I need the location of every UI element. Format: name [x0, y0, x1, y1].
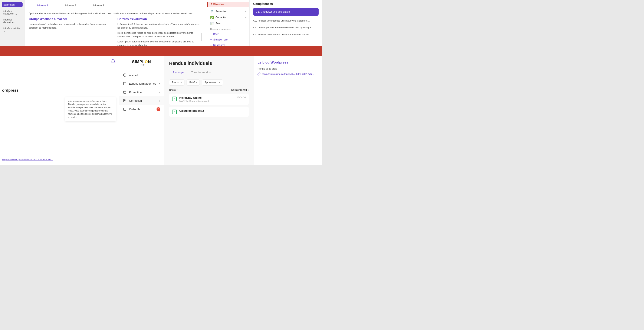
blog-title: Le blog Wordpress	[258, 61, 318, 64]
espace-icon	[123, 81, 127, 86]
sidenav-collectifs[interactable]: Collectifs 3	[119, 105, 164, 113]
rendu-item[interactable]: ✓ HelloKitty Online MANON, Support Appre…	[169, 94, 249, 105]
competence-c4[interactable]: C4. Réaliser une interface utilisateur a…	[253, 31, 318, 38]
sidenav-correction[interactable]: Correction ▴	[119, 96, 164, 105]
competences-title: Compétences	[253, 2, 318, 6]
rendu-info: HelloKitty Online MANON, Support Apprena…	[179, 96, 234, 102]
tab-niveau3[interactable]: Niveau 3	[85, 2, 113, 9]
rendu-name: HelloKitty Online	[179, 96, 234, 99]
top-section: application interface statique et ... in…	[0, 0, 322, 46]
plus-icon: +	[210, 44, 212, 46]
rendu-date: 15/04/20	[236, 96, 246, 99]
competence-active[interactable]: application	[2, 2, 22, 7]
competence-info-box: Voici les compétences visées par le brie…	[65, 97, 116, 122]
bottom-right-panel: Le blog Wordpress Rendu ok je crois http…	[254, 56, 322, 165]
left-content-area: ordpress	[0, 56, 119, 93]
criteria-body: Le/la candidat(e) élabore une stratégie …	[118, 22, 203, 46]
group-body: Le/la candidat(e) doit rédiger une strat…	[29, 22, 114, 30]
link-icon	[258, 73, 260, 76]
badge-count: 3	[156, 107, 160, 111]
briefs-filter[interactable]: Briefs ▾	[169, 89, 178, 92]
rendus-tabs: À corriger Tous les rendus	[169, 69, 249, 76]
promotion-sidebar-icon	[123, 90, 127, 94]
promotion-icon: 📋	[210, 10, 214, 13]
filter-apprenants[interactable]: Apprenan... ▾	[202, 80, 223, 86]
rendu-check-icon: ✓	[172, 97, 177, 101]
caret-icon: ▾	[196, 81, 197, 84]
criteria-title: Critères d'évaluation	[118, 17, 203, 21]
middle-sidebar: Référentiels 📋 Promotion ▾ ✅ Correction …	[207, 0, 250, 46]
blog-url[interactable]: https://simplonline.co/topics/b55364c0-2…	[258, 73, 318, 76]
rendu-item[interactable]: ✓ Calcul de budget 2	[169, 107, 249, 117]
rendus-title: Rendus individuels	[169, 61, 249, 66]
sidebar-item-suivi[interactable]: 📊 Suivi	[207, 21, 250, 27]
two-columns: Groupe d'actions à réaliser Le/la candid…	[29, 17, 203, 46]
filters-row: Promo ▾ Brief ▾ Apprenan... ▾	[169, 80, 249, 86]
simplon-logo-text: SIMPL	[132, 60, 145, 64]
svg-rect-3	[124, 82, 126, 85]
competence-c2[interactable]: C2. Réaliser une interface utilisateur w…	[253, 18, 318, 24]
description-text: Appliquer des formats de facilitation si…	[29, 12, 203, 15]
tab-a-corriger[interactable]: À corriger	[169, 69, 188, 76]
rendu-ok-text: Rendu ok je crois	[258, 67, 318, 70]
tabs-bar: Niveau 1 Niveau 2 Niveau 3	[29, 2, 203, 9]
filter-brief[interactable]: Brief ▾	[186, 80, 200, 86]
col-criteria: Critères d'évaluation Le/la candidat(e) …	[118, 17, 203, 46]
caret-down-icon: ▾	[176, 89, 178, 91]
bottom-section: ordpress Voici les compétences visées pa…	[0, 56, 322, 165]
rendu-list: ✓ HelloKitty Online MANON, Support Appre…	[169, 94, 249, 119]
correction-sidebar-icon	[123, 99, 127, 103]
tab-niveau1[interactable]: Niveau 1	[29, 2, 57, 9]
chevron-down-icon: ▾	[245, 11, 246, 13]
competence-item-2[interactable]: interface dynamique	[2, 17, 22, 25]
chevron-down-icon: ▾	[159, 82, 160, 85]
chevron-up-icon: ▴	[159, 99, 160, 102]
correction-icon: ✅	[210, 16, 214, 19]
new-content-brief[interactable]: + Brief	[207, 31, 250, 37]
wordpress-title: ordpress	[2, 88, 117, 93]
competence-item-3[interactable]: interface solutio ...	[2, 26, 22, 33]
bell-icon[interactable]	[111, 59, 116, 64]
new-contents-label: Nouveaux contenus	[207, 27, 250, 31]
chevron-down-icon: ▾	[245, 17, 246, 19]
sidebar-item-referentiels[interactable]: Référentiels	[207, 2, 250, 7]
scroll-indicator	[202, 33, 202, 41]
col-group: Groupe d'actions à réaliser Le/la candid…	[29, 17, 114, 46]
bottom-left: ordpress Voici les compétences visées pa…	[0, 56, 119, 165]
bottom-main: Rendus individuels À corriger Tous les r…	[164, 56, 254, 165]
collectifs-icon	[123, 107, 127, 111]
caret-down-icon: ▾	[248, 89, 249, 91]
tab-tous-rendus[interactable]: Tous les rendus	[188, 69, 214, 76]
caret-icon: ▾	[180, 81, 182, 84]
svg-rect-7	[124, 108, 126, 110]
svg-rect-5	[124, 91, 126, 93]
simplon-sidebar: SIMPLON LINE Accueil	[119, 56, 164, 165]
filter-promo[interactable]: Promo ▾	[169, 80, 184, 86]
sidenav-accueil[interactable]: Accueil	[119, 71, 164, 79]
sidebar-item-promotion[interactable]: 📋 Promotion ▾	[207, 9, 250, 15]
tab-niveau2[interactable]: Niveau 2	[57, 2, 84, 9]
url-link[interactable]: simplonline.co/topics/b55364c0-23c4-4df4…	[2, 158, 53, 161]
rendu-check-icon: ✓	[172, 110, 177, 114]
new-content-ressource[interactable]: + Ressource	[207, 43, 250, 46]
left-panel: application interface statique et ... in…	[0, 0, 24, 46]
competence-c3[interactable]: C3. Développer une interface utilisateur…	[253, 24, 318, 31]
plus-icon: +	[210, 33, 212, 36]
competence-c1[interactable]: C1. Maquetter une application	[253, 8, 318, 16]
right-panel: Compétences C1. Maquetter une applicatio…	[250, 0, 322, 46]
rendu-sub: MANON, Support Apprenant	[179, 100, 234, 102]
simplon-logo: SIMPLON LINE	[119, 60, 164, 71]
main-content: Niveau 1 Niveau 2 Niveau 3 Appliquer des…	[24, 0, 207, 46]
suivi-icon: 📊	[210, 22, 214, 25]
caret-icon: ▾	[219, 81, 220, 84]
new-content-situation[interactable]: + Situation pro	[207, 37, 250, 43]
competence-item-1[interactable]: interface statique et ...	[2, 9, 22, 16]
sidebar-item-correction[interactable]: ✅ Correction ▾	[207, 15, 250, 21]
sidenav-promotion[interactable]: Promotion ▾	[119, 88, 164, 96]
simplon-logo-sub: LINE	[123, 64, 160, 67]
group-title: Groupe d'actions à réaliser	[29, 17, 114, 21]
rendu-info: Calcul de budget 2	[179, 109, 246, 112]
dernier-rendu-filter[interactable]: Dernier rendu ▾	[231, 89, 249, 92]
plus-icon: +	[210, 38, 212, 41]
sidenav-espace-formateur[interactable]: Espace formateur·rice ▾	[119, 79, 164, 88]
